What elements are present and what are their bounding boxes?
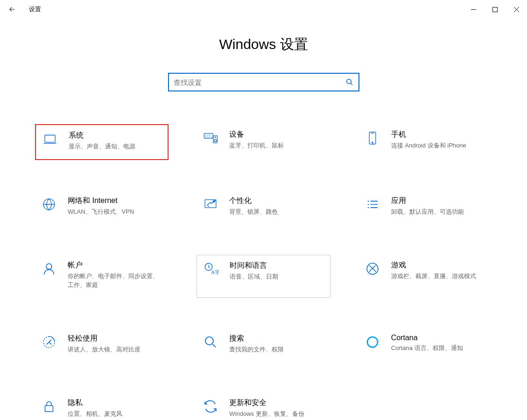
tile-title: 网络和 Internet [68, 196, 163, 206]
titlebar-left: 设置 [5, 2, 41, 17]
tile-title: 搜索 [229, 334, 324, 343]
svg-text:A字: A字 [211, 270, 219, 275]
tile-text: 隐私 位置、相机、麦克风 [68, 398, 163, 418]
tile-personalize[interactable]: 个性化 背景、锁屏、颜色 [197, 190, 330, 224]
maximize-button[interactable] [484, 0, 506, 19]
svg-point-11 [46, 264, 52, 269]
search-input[interactable] [174, 78, 345, 86]
tile-text: 帐户 你的帐户、电子邮件、同步设置、工作、家庭 [68, 260, 163, 289]
tile-privacy[interactable]: 隐私 位置、相机、麦克风 [35, 392, 169, 420]
tile-text: 轻松使用 讲述人、放大镜、高对比度 [68, 334, 163, 354]
tile-desc: 语音、区域、日期 [230, 273, 324, 281]
tile-cortana[interactable]: Cortana Cortana 语言、权限、通知 [358, 328, 492, 362]
tile-text: 设备 蓝牙、打印机、鼠标 [229, 130, 324, 150]
tile-desc: 蓝牙、打印机、鼠标 [229, 141, 324, 150]
search-row [0, 73, 527, 91]
titlebar: 设置 [0, 0, 527, 19]
tile-title: 隐私 [68, 398, 163, 408]
tile-system[interactable]: 系统 显示、声音、通知、电源 [35, 124, 169, 160]
maximize-icon [492, 7, 498, 12]
tile-network[interactable]: 网络和 Internet WLAN、飞行模式、VPN [35, 190, 169, 224]
tile-text: 游戏 游戏栏、截屏、直播、游戏模式 [391, 260, 486, 280]
tile-text: Cortana Cortana 语言、权限、通知 [391, 334, 486, 352]
magnifier-icon [202, 334, 219, 350]
minimize-button[interactable] [463, 0, 484, 19]
tile-title: 更新和安全 [229, 398, 324, 408]
tile-text: 手机 连接 Android 设备和 iPhone [391, 130, 486, 150]
tile-title: 游戏 [391, 260, 486, 270]
tile-apps[interactable]: 应用 卸载、默认应用、可选功能 [358, 190, 492, 224]
tile-time-language[interactable]: A字 时间和语言 语音、区域、日期 [197, 255, 330, 297]
ease-of-access-icon [41, 334, 57, 350]
tile-gaming[interactable]: 游戏 游戏栏、截屏、直播、游戏模式 [358, 255, 492, 297]
tile-update[interactable]: 更新和安全 Windows 更新、恢复、备份 [197, 392, 330, 420]
svg-point-15 [205, 337, 213, 345]
tile-search[interactable]: 搜索 查找我的文件、权限 [197, 328, 330, 362]
tile-title: 时间和语言 [230, 261, 324, 271]
back-button[interactable] [5, 2, 20, 17]
tile-title: 帐户 [68, 260, 163, 270]
tile-accounts[interactable]: 帐户 你的帐户、电子邮件、同步设置、工作、家庭 [35, 255, 169, 297]
tile-text: 更新和安全 Windows 更新、恢复、备份 [229, 398, 324, 418]
app-title: 设置 [29, 5, 41, 14]
tile-desc: WLAN、飞行模式、VPN [68, 208, 163, 216]
person-icon [41, 260, 57, 277]
tile-desc: 位置、相机、麦克风 [68, 410, 163, 418]
svg-rect-2 [45, 135, 55, 142]
window-controls [463, 0, 527, 19]
tile-ease-of-access[interactable]: 轻松使用 讲述人、放大镜、高对比度 [35, 328, 169, 362]
tile-desc: 查找我的文件、权限 [229, 345, 324, 354]
arrow-left-icon [8, 5, 16, 14]
tile-desc: 连接 Android 设备和 iPhone [391, 141, 486, 150]
close-icon [514, 7, 519, 12]
tile-phone[interactable]: 手机 连接 Android 设备和 iPhone [358, 124, 492, 160]
tile-text: 网络和 Internet WLAN、飞行模式、VPN [68, 196, 163, 216]
phone-icon [364, 130, 381, 147]
paintbrush-icon [202, 196, 219, 213]
tile-devices[interactable]: 设备 蓝牙、打印机、鼠标 [197, 124, 330, 160]
close-button[interactable] [506, 0, 527, 19]
sync-icon [202, 398, 219, 415]
tile-text: 时间和语言 语音、区域、日期 [230, 261, 324, 281]
tile-desc: Cortana 语言、权限、通知 [391, 344, 486, 352]
page-heading: Windows 设置 [0, 35, 527, 54]
tile-title: 应用 [391, 196, 486, 206]
settings-grid: 系统 显示、声音、通知、电源 设备 蓝牙、打印机、鼠标 手机 连接 Androi… [0, 124, 527, 420]
tile-text: 应用 卸载、默认应用、可选功能 [391, 196, 486, 216]
xbox-icon [364, 260, 381, 277]
tile-title: 轻松使用 [68, 334, 163, 343]
svg-rect-7 [369, 132, 376, 144]
tile-title: 系统 [69, 131, 162, 140]
tile-desc: 卸载、默认应用、可选功能 [391, 208, 486, 216]
svg-point-1 [346, 79, 351, 84]
tile-desc: 游戏栏、截屏、直播、游戏模式 [391, 272, 486, 280]
minimize-icon [471, 7, 476, 12]
svg-point-6 [215, 137, 216, 138]
tile-desc: 你的帐户、电子邮件、同步设置、工作、家庭 [68, 272, 163, 289]
laptop-icon [42, 131, 58, 147]
tile-desc: 显示、声音、通知、电源 [69, 142, 162, 151]
tile-text: 个性化 背景、锁屏、颜色 [229, 196, 324, 216]
keyboard-speaker-icon [202, 130, 219, 147]
list-icon [364, 196, 381, 213]
svg-point-8 [372, 142, 373, 143]
tile-title: 个性化 [229, 196, 324, 206]
search-icon [345, 78, 354, 86]
tile-text: 搜索 查找我的文件、权限 [229, 334, 324, 354]
tile-title: 设备 [229, 130, 324, 140]
tile-desc: 背景、锁屏、颜色 [229, 208, 324, 216]
tile-desc: Windows 更新、恢复、备份 [229, 410, 324, 418]
svg-point-5 [214, 140, 217, 142]
svg-rect-0 [492, 7, 497, 12]
lock-icon [41, 398, 57, 415]
cortana-icon [364, 334, 381, 350]
svg-rect-3 [204, 133, 213, 138]
search-box[interactable] [168, 73, 359, 91]
tile-desc: 讲述人、放大镜、高对比度 [68, 345, 163, 354]
tile-title: Cortana [391, 334, 486, 342]
time-language-icon: A字 [203, 261, 219, 278]
svg-rect-18 [45, 406, 53, 412]
tile-text: 系统 显示、声音、通知、电源 [69, 131, 162, 151]
globe-icon [41, 196, 57, 213]
tile-title: 手机 [391, 130, 486, 140]
